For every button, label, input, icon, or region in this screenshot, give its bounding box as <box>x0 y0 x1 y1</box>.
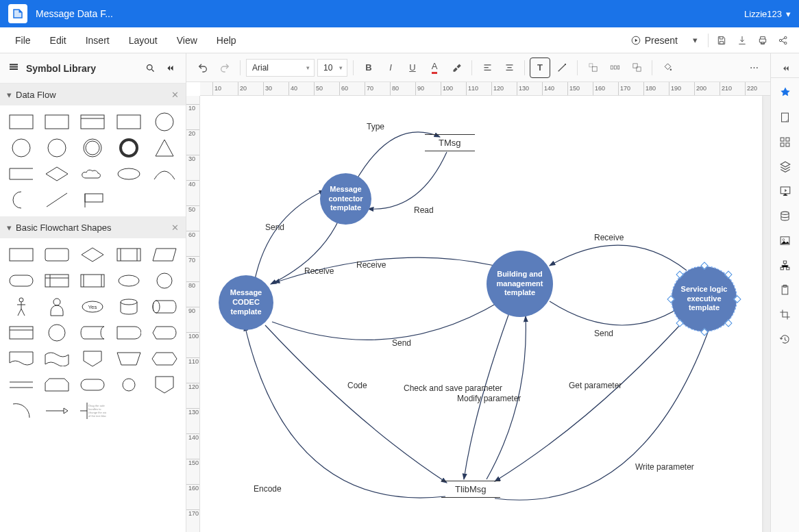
shape-display[interactable] <box>149 322 180 344</box>
shape-annotation[interactable]: Drag the sidehandles tochange the widtho… <box>77 400 108 422</box>
shape-circle-big[interactable] <box>41 322 73 344</box>
shape-process[interactable] <box>5 244 37 266</box>
shape-quarter-arc[interactable] <box>5 400 37 422</box>
highlight-button[interactable] <box>447 58 466 77</box>
image-panel-icon[interactable] <box>775 230 796 251</box>
present-button[interactable]: Present <box>624 32 685 49</box>
search-icon[interactable] <box>142 60 158 77</box>
shape-ellipse-2[interactable] <box>113 270 145 292</box>
shape-rect[interactable] <box>5 111 37 133</box>
shape-triangle[interactable] <box>149 137 180 159</box>
shape-yes[interactable]: Yes <box>77 296 108 318</box>
shape-terminator[interactable] <box>5 270 37 292</box>
shape-ellipse[interactable] <box>113 163 145 185</box>
app-logo[interactable] <box>8 4 27 23</box>
shape-thick-circle[interactable] <box>113 137 145 159</box>
connector-tool-button[interactable] <box>552 58 571 77</box>
bold-button[interactable]: B <box>359 58 378 77</box>
shape-decision[interactable] <box>77 244 108 266</box>
shape-document[interactable] <box>5 348 37 370</box>
shape-stored[interactable] <box>77 322 108 344</box>
datastore-tlibmsg[interactable]: TlibMsg <box>441 481 500 498</box>
underline-button[interactable]: U <box>403 58 422 77</box>
shape-line[interactable] <box>41 189 73 211</box>
shape-manual-op[interactable] <box>113 348 145 370</box>
shape-delay[interactable] <box>113 322 145 344</box>
align-v-button[interactable] <box>500 58 519 77</box>
present-panel-icon[interactable] <box>775 181 796 201</box>
font-size-select[interactable]: 10 <box>317 59 347 77</box>
shape-flag[interactable] <box>77 189 108 211</box>
group-button[interactable] <box>627 58 646 77</box>
user-menu[interactable]: Lizzie123 ▾ <box>744 9 791 19</box>
menu-edit[interactable]: Edit <box>40 31 76 50</box>
save-button[interactable] <box>711 30 732 51</box>
sitemap-panel-icon[interactable] <box>775 255 796 275</box>
menu-help[interactable]: Help <box>207 31 246 50</box>
shape-tape[interactable] <box>41 348 73 370</box>
node-contector[interactable]: Message contector template <box>320 173 371 225</box>
undo-button[interactable] <box>193 58 212 77</box>
shape-data[interactable] <box>149 244 180 266</box>
node-codec[interactable]: Message CODEC template <box>219 275 273 330</box>
apps-panel-icon[interactable] <box>775 131 796 152</box>
shape-diamond[interactable] <box>41 163 73 185</box>
section-basic-flowchart[interactable]: ▾ Basic Flowchart Shapes ✕ <box>0 216 186 238</box>
theme-panel-icon[interactable] <box>775 82 796 103</box>
more-button[interactable]: ⋯ <box>744 58 763 77</box>
fill-button[interactable] <box>658 58 677 77</box>
shape-parallel[interactable] <box>5 374 37 396</box>
datastore-tmsg[interactable]: TMsg <box>425 134 475 151</box>
close-icon[interactable]: ✕ <box>171 223 179 233</box>
clipboard-panel-icon[interactable] <box>775 279 796 300</box>
shape-database[interactable] <box>113 296 145 318</box>
shape-subprocess[interactable] <box>113 244 145 266</box>
layers-panel-icon[interactable] <box>775 156 796 177</box>
crop-panel-icon[interactable] <box>775 304 796 325</box>
text-tool-button[interactable]: T <box>530 58 550 77</box>
share-button[interactable] <box>773 30 794 51</box>
shape-circle3[interactable] <box>41 137 73 159</box>
shape-pill[interactable] <box>77 374 108 396</box>
menu-insert[interactable]: Insert <box>76 31 119 50</box>
history-panel-icon[interactable] <box>775 329 796 349</box>
shape-circle[interactable] <box>149 111 180 133</box>
shape-loop-limit[interactable] <box>41 374 73 396</box>
node-building[interactable]: Building and management template <box>487 251 553 317</box>
shape-card2[interactable] <box>5 322 37 344</box>
expand-panel-icon[interactable] <box>771 59 800 78</box>
canvas-page[interactable]: TMsg TlibMsg Message contector template … <box>200 96 762 532</box>
present-dropdown[interactable]: ▾ <box>685 30 705 51</box>
shape-rounded[interactable] <box>41 244 73 266</box>
shape-double-circle[interactable] <box>77 137 108 159</box>
shape-preparation[interactable] <box>149 348 180 370</box>
node-service[interactable]: Service logic executive template <box>672 266 737 331</box>
shape-rect3[interactable] <box>113 111 145 133</box>
shape-connector[interactable] <box>149 270 180 292</box>
align-h-button[interactable] <box>478 58 497 77</box>
shape-half-circle[interactable] <box>5 189 37 211</box>
data-panel-icon[interactable] <box>775 205 796 226</box>
shape-offpage[interactable] <box>77 348 108 370</box>
redo-button[interactable] <box>215 58 234 77</box>
shape-open-rect[interactable] <box>5 163 37 185</box>
shape-actor[interactable] <box>5 296 37 318</box>
canvas-scroll[interactable]: TMsg TlibMsg Message contector template … <box>200 96 770 532</box>
close-icon[interactable]: ✕ <box>171 90 179 100</box>
page-panel-icon[interactable] <box>775 107 796 127</box>
shape-predefined[interactable] <box>77 270 108 292</box>
shape-small-circle[interactable] <box>113 374 145 396</box>
shape-arrow[interactable] <box>41 400 73 422</box>
shape-offpage2[interactable] <box>149 374 180 396</box>
shape-circle2[interactable] <box>5 137 37 159</box>
collapse-sidebar-icon[interactable] <box>161 60 177 77</box>
align-objects-button[interactable] <box>583 58 602 77</box>
print-button[interactable] <box>752 30 773 51</box>
menu-file[interactable]: File <box>5 31 40 50</box>
shape-user[interactable] <box>41 296 73 318</box>
font-family-select[interactable]: Arial <box>246 59 315 77</box>
shape-rect2[interactable] <box>41 111 73 133</box>
shape-arc[interactable] <box>149 163 180 185</box>
section-data-flow[interactable]: ▾ Data Flow ✕ <box>0 84 186 105</box>
shape-card[interactable] <box>77 111 108 133</box>
